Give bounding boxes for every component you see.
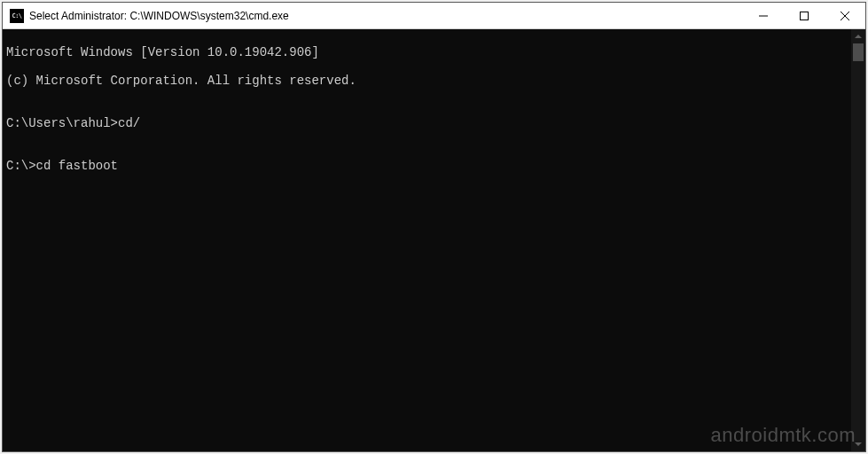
cmd-window: C:\ Select Administrator: C:\WINDOWS\sys… [2, 2, 866, 452]
terminal-line: Microsoft Windows [Version 10.0.19042.90… [6, 45, 848, 59]
window-title: Select Administrator: C:\WINDOWS\system3… [29, 10, 743, 22]
terminal-content[interactable]: Microsoft Windows [Version 10.0.19042.90… [3, 29, 851, 451]
window-controls [743, 3, 865, 28]
close-icon [841, 12, 849, 20]
scrollbar-thumb[interactable] [853, 43, 864, 61]
svg-rect-1 [801, 12, 809, 20]
scrollbar-up-arrow-icon[interactable] [851, 29, 865, 43]
minimize-button[interactable] [743, 3, 784, 28]
terminal-line: C:\>cd fastboot [6, 159, 848, 173]
titlebar[interactable]: C:\ Select Administrator: C:\WINDOWS\sys… [3, 3, 865, 29]
maximize-button[interactable] [784, 3, 825, 28]
close-button[interactable] [825, 3, 865, 28]
scrollbar[interactable] [851, 29, 865, 451]
scrollbar-down-arrow-icon[interactable] [851, 437, 865, 451]
terminal-line: (c) Microsoft Corporation. All rights re… [6, 74, 848, 88]
terminal-line: C:\Users\rahul>cd/ [6, 116, 848, 130]
terminal-area[interactable]: Microsoft Windows [Version 10.0.19042.90… [3, 29, 865, 451]
minimize-icon [759, 12, 768, 20]
maximize-icon [800, 12, 809, 20]
svg-marker-5 [855, 442, 862, 446]
cmd-icon: C:\ [10, 9, 24, 23]
svg-marker-4 [855, 35, 862, 38]
